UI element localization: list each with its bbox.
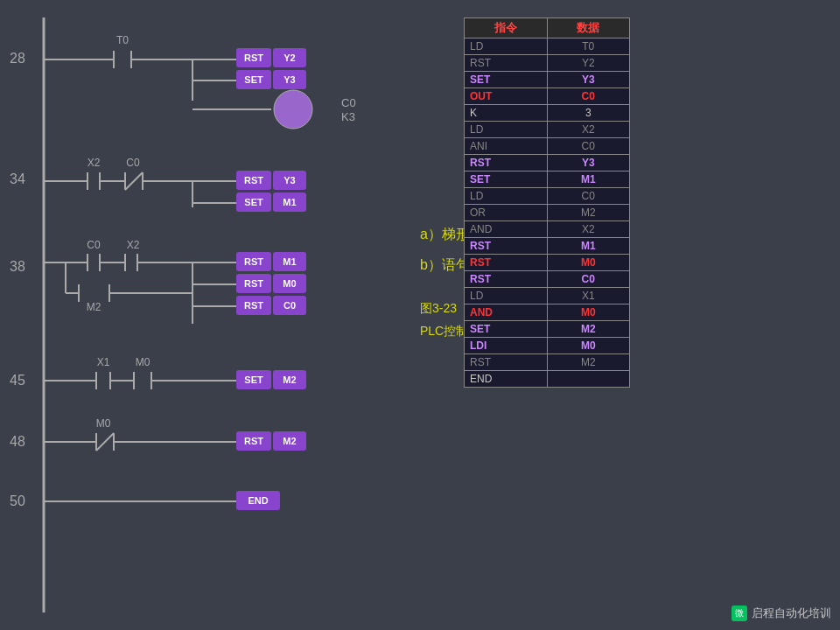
svg-text:RST: RST <box>244 175 263 186</box>
svg-text:SET: SET <box>244 74 263 85</box>
svg-text:M0: M0 <box>283 278 296 289</box>
svg-text:Y2: Y2 <box>284 52 295 63</box>
instr-data-13: M0 <box>547 255 630 271</box>
svg-text:RST: RST <box>244 278 263 289</box>
instr-data-16: M0 <box>547 304 630 321</box>
instr-data-11: X2 <box>547 221 630 238</box>
instr-data-4: 3 <box>547 105 630 122</box>
svg-point-21 <box>274 90 312 129</box>
instr-data-15: X1 <box>547 288 630 304</box>
svg-text:X1: X1 <box>97 356 110 368</box>
instr-data-9: C0 <box>547 188 630 205</box>
instr-cmd-3: OUT <box>465 88 548 105</box>
instr-data-1: Y2 <box>547 55 630 72</box>
instr-data-6: C0 <box>547 138 630 155</box>
svg-text:M1: M1 <box>283 197 296 207</box>
instr-cmd-7: RST <box>465 155 548 172</box>
instr-cmd-13: RST <box>465 255 548 271</box>
svg-text:RST: RST <box>244 52 263 63</box>
svg-text:M2: M2 <box>87 301 102 313</box>
svg-text:SET: SET <box>244 197 263 207</box>
svg-text:M2: M2 <box>283 374 296 385</box>
svg-text:T0: T0 <box>116 34 129 46</box>
instr-cmd-0: LD <box>465 38 548 55</box>
instr-data-19: M2 <box>547 354 630 371</box>
watermark-text: 启程自动化培训 <box>752 606 831 621</box>
instr-data-3: C0 <box>547 88 630 105</box>
instr-data-10: M2 <box>547 205 630 221</box>
instr-data-5: X2 <box>547 122 630 138</box>
svg-text:M0: M0 <box>136 356 150 368</box>
svg-text:50: 50 <box>10 494 25 508</box>
svg-text:RST: RST <box>244 436 263 446</box>
svg-text:END: END <box>248 495 268 506</box>
svg-text:C0: C0 <box>126 157 140 169</box>
svg-text:X2: X2 <box>88 157 101 169</box>
instr-data-12: M1 <box>547 238 630 255</box>
svg-text:C0: C0 <box>341 96 356 109</box>
svg-text:Y3: Y3 <box>284 74 295 85</box>
instr-cmd-20: END <box>465 371 548 388</box>
svg-text:34: 34 <box>10 172 25 186</box>
svg-text:28: 28 <box>10 51 25 66</box>
instr-cmd-12: RST <box>465 238 548 255</box>
svg-text:SET: SET <box>244 374 263 385</box>
wechat-icon: 微 <box>732 606 747 621</box>
instr-cmd-10: OR <box>465 205 548 221</box>
instr-cmd-8: SET <box>465 172 548 188</box>
ladder-diagram: 28 T0 RST Y2 SET Y3 C0 K3 34 X2 <box>0 0 455 630</box>
svg-text:M1: M1 <box>283 256 296 267</box>
svg-text:Y3: Y3 <box>284 175 295 186</box>
instr-data-18: M0 <box>547 338 630 354</box>
svg-rect-0 <box>0 0 455 630</box>
instr-data-17: M2 <box>547 321 630 338</box>
instr-cmd-16: AND <box>465 304 548 321</box>
instr-cmd-19: RST <box>465 354 548 371</box>
instr-cmd-15: LD <box>465 288 548 304</box>
watermark: 微 启程自动化培训 <box>732 606 831 621</box>
instruction-table-area: 指令 数据 LDT0RSTY2SETY3OUTC0K3LDX2ANIC0RSTY… <box>464 18 648 388</box>
instr-cmd-1: RST <box>465 55 548 72</box>
svg-text:M0: M0 <box>96 417 111 430</box>
instr-data-20 <box>547 371 630 388</box>
instr-cmd-2: SET <box>465 72 548 88</box>
instr-cmd-6: ANI <box>465 138 548 155</box>
instr-data-0: T0 <box>547 38 630 55</box>
svg-text:38: 38 <box>10 259 25 274</box>
instr-data-14: C0 <box>547 271 630 288</box>
instr-data-2: Y3 <box>547 72 630 88</box>
ladder-area: 28 T0 RST Y2 SET Y3 C0 K3 34 X2 <box>0 0 455 630</box>
svg-text:C0: C0 <box>284 300 296 311</box>
instruction-table: 指令 数据 LDT0RSTY2SETY3OUTC0K3LDX2ANIC0RSTY… <box>464 18 630 388</box>
instr-cmd-9: LD <box>465 188 548 205</box>
svg-text:K3: K3 <box>341 110 355 123</box>
instr-cmd-17: SET <box>465 321 548 338</box>
instr-cmd-11: AND <box>465 221 548 238</box>
col-header-data: 数据 <box>547 18 630 38</box>
svg-text:M2: M2 <box>283 436 296 446</box>
col-header-cmd: 指令 <box>465 18 548 38</box>
svg-text:RST: RST <box>244 256 263 267</box>
instr-cmd-5: LD <box>465 122 548 138</box>
svg-text:C0: C0 <box>87 239 101 251</box>
instr-data-8: M1 <box>547 172 630 188</box>
svg-text:45: 45 <box>10 373 25 388</box>
instr-cmd-18: LDI <box>465 338 548 354</box>
instr-cmd-14: RST <box>465 271 548 288</box>
svg-text:RST: RST <box>244 300 263 311</box>
instr-cmd-4: K <box>465 105 548 122</box>
svg-text:48: 48 <box>10 434 25 449</box>
instr-data-7: Y3 <box>547 155 630 172</box>
svg-text:X2: X2 <box>127 239 140 251</box>
